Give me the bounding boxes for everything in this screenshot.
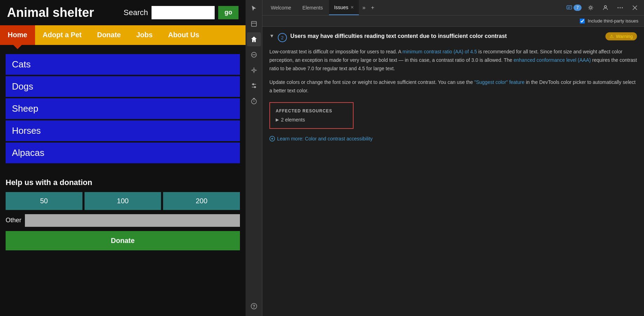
svg-rect-0 xyxy=(251,21,256,26)
add-tab-button[interactable]: + xyxy=(369,5,376,11)
animal-cats[interactable]: Cats xyxy=(6,54,240,75)
go-button[interactable]: go xyxy=(218,6,239,19)
close-devtools-button[interactable] xyxy=(629,4,640,12)
affected-resources-title: AFFECTED RESOURCES xyxy=(276,108,347,113)
nav-home[interactable]: Home xyxy=(0,25,35,45)
aaa-contrast-link[interactable]: enhanced conformance level (AAA) xyxy=(514,57,591,63)
svg-point-25 xyxy=(620,7,621,8)
search-area: Search go xyxy=(123,6,239,19)
help-icon[interactable]: ? xyxy=(247,299,261,313)
more-tabs-button[interactable]: » xyxy=(360,5,368,11)
devtools-sidebar: ? xyxy=(246,0,262,316)
aa-contrast-link[interactable]: minimum contrast ratio (AA) of 4.5 xyxy=(402,49,477,54)
third-party-checkbox[interactable] xyxy=(580,19,585,24)
donation-50[interactable]: 50 xyxy=(6,192,82,210)
nav-adopt[interactable]: Adopt a Pet xyxy=(35,25,89,45)
issue-description: Low-contrast text is difficult or imposs… xyxy=(269,48,637,73)
other-amount-row: Other xyxy=(6,214,240,227)
issue-expand-arrow[interactable]: ▼ xyxy=(269,33,274,39)
animal-sheep[interactable]: Sheep xyxy=(6,98,240,119)
devtools-toolbar: 7 xyxy=(566,4,640,12)
settings-icon xyxy=(588,5,593,11)
devtools-options: Include third-party issues xyxy=(262,15,644,27)
svg-text:?: ? xyxy=(253,304,255,309)
no-entry-icon[interactable] xyxy=(247,48,261,62)
timer-icon[interactable] xyxy=(247,94,261,108)
affected-count-text: 2 elements xyxy=(281,117,305,123)
external-link-icon xyxy=(269,136,275,141)
learn-more-link[interactable]: Learn more: Color and contrast accessibi… xyxy=(269,136,637,141)
issues-count: 7 xyxy=(573,5,582,11)
third-party-label: Include third-party issues xyxy=(588,18,638,24)
tab-issues[interactable]: Issues ✕ xyxy=(329,0,358,15)
animal-alpacas[interactable]: Alpacas xyxy=(6,143,240,163)
animal-list: Cats Dogs Sheep Horses Alpacas xyxy=(0,48,246,169)
tab-issues-close[interactable]: ✕ xyxy=(350,5,354,10)
svg-point-23 xyxy=(604,6,606,8)
svg-point-4 xyxy=(253,69,255,71)
tab-welcome-label: Welcome xyxy=(271,5,291,11)
more-dots-icon xyxy=(617,5,623,11)
tab-elements-label: Elements xyxy=(302,5,323,11)
profile-icon xyxy=(603,5,608,11)
nav-about[interactable]: About Us xyxy=(160,25,207,45)
site-header: Animal shelter Search go xyxy=(0,0,246,25)
donation-200[interactable]: 200 xyxy=(163,192,240,210)
affected-resources-box: AFFECTED RESOURCES ▶ 2 elements xyxy=(269,102,354,129)
affected-expand-icon: ▶ xyxy=(276,117,279,122)
animal-horses[interactable]: Horses xyxy=(6,120,240,141)
nav-jobs[interactable]: Jobs xyxy=(129,25,161,45)
close-icon xyxy=(632,5,638,11)
warning-badge: ⚠ Warning xyxy=(605,32,637,40)
nav-bar: Home Adopt a Pet Donate Jobs About Us xyxy=(0,25,246,45)
other-amount-input[interactable] xyxy=(25,214,240,227)
devtools-panel: ? Welcome Elements Issues ✕ » + 7 xyxy=(246,0,644,316)
issue-count-display: 7 xyxy=(566,5,582,11)
sliders-icon[interactable] xyxy=(247,79,261,93)
svg-rect-19 xyxy=(567,6,572,9)
nav-donate[interactable]: Donate xyxy=(89,25,129,45)
svg-point-22 xyxy=(590,7,592,9)
search-label: Search xyxy=(123,8,148,17)
profile-button[interactable] xyxy=(600,4,611,12)
svg-point-24 xyxy=(618,7,619,8)
svg-point-11 xyxy=(253,84,254,85)
issue-count-badge: 2 xyxy=(278,33,287,42)
donate-submit-button[interactable]: Donate xyxy=(6,231,240,250)
debug-icon[interactable] xyxy=(247,63,261,77)
devtools-tabs: Welcome Elements Issues ✕ » + 7 xyxy=(262,0,644,15)
site-title: Animal shelter xyxy=(7,6,94,20)
issue-row: ▼ 2 Users may have difficulties reading … xyxy=(269,32,637,42)
issues-content: ▼ 2 Users may have difficulties reading … xyxy=(262,27,644,316)
svg-point-12 xyxy=(254,86,256,88)
home-icon[interactable] xyxy=(247,32,261,46)
tab-elements[interactable]: Elements xyxy=(297,0,328,15)
third-party-checkbox-row: Include third-party issues xyxy=(580,18,638,24)
tab-welcome[interactable]: Welcome xyxy=(266,0,296,15)
tab-issues-label: Issues xyxy=(334,5,348,10)
search-input[interactable] xyxy=(152,6,215,19)
message-icon xyxy=(566,5,572,11)
warning-label: Warning xyxy=(616,34,633,39)
settings-button[interactable] xyxy=(585,4,596,12)
learn-more-text: Learn more: Color and contrast accessibi… xyxy=(277,136,373,141)
more-options-button[interactable] xyxy=(615,4,626,12)
donation-section: Help us with a donation 50 100 200 Other… xyxy=(0,172,246,256)
other-label: Other xyxy=(6,217,21,224)
suggest-color-link[interactable]: "Suggest color" feature xyxy=(474,79,524,85)
issue-update-text: Update colors or change the font size or… xyxy=(269,78,637,95)
donation-100[interactable]: 100 xyxy=(85,192,161,210)
warning-icon: ⚠ xyxy=(610,34,614,39)
donation-amount-buttons: 50 100 200 xyxy=(6,192,240,210)
animal-dogs[interactable]: Dogs xyxy=(6,76,240,97)
svg-point-26 xyxy=(622,7,623,8)
inspect-icon[interactable] xyxy=(247,17,261,31)
cursor-icon[interactable] xyxy=(247,1,261,15)
animal-shelter-website: Animal shelter Search go Home Adopt a Pe… xyxy=(0,0,246,316)
donation-title: Help us with a donation xyxy=(6,178,240,187)
devtools-main: Welcome Elements Issues ✕ » + 7 xyxy=(262,0,644,316)
issue-title-area: Users may have difficulties reading text… xyxy=(290,32,602,40)
affected-elements-toggle[interactable]: ▶ 2 elements xyxy=(276,117,347,123)
issue-title: Users may have difficulties reading text… xyxy=(290,32,602,40)
